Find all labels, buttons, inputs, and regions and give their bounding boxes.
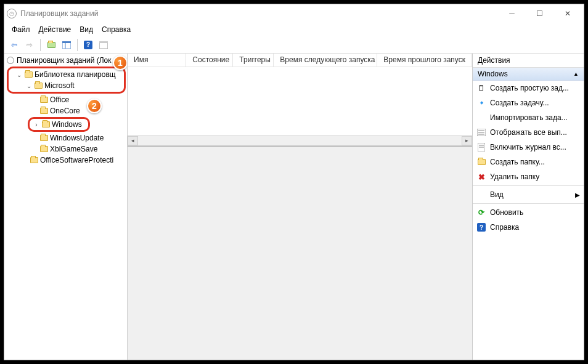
minimize-button[interactable]: ─ [498,5,526,22]
annotation-badge-1: 1 [113,55,128,70]
tree-xblgamesave-label: XblGameSave [50,145,97,153]
col-state[interactable]: Состояние [186,54,233,67]
task-scheduler-window: ◷ Планировщик заданий ─ ☐ ✕ Файл Действи… [4,4,584,360]
tree-pane: Планировщик заданий (Лок ⌄ Библиотека пл… [4,54,128,360]
col-lastrun[interactable]: Время прошлого запуск [377,54,472,67]
toolbar-divider [77,39,78,51]
collapse-icon: ▲ [573,71,579,77]
action-create-basic[interactable]: 🗒 Создать простую зад... [473,81,584,95]
col-triggers[interactable]: Триггеры [233,54,274,67]
action-label: Включить журнал вс... [490,143,566,152]
separator [473,185,584,186]
blank-icon [476,190,486,200]
tree-microsoft[interactable]: ⌄ Microsoft [9,80,124,91]
window-title: Планировщик заданий [20,9,98,18]
tree-officesoftware-label: OfficeSoftwareProtecti [40,156,113,164]
title-bar: ◷ Планировщик заданий ─ ☐ ✕ [4,4,584,23]
tree-windowsupdate-label: WindowsUpdate [50,134,104,142]
import-icon [476,113,486,123]
actions-context[interactable]: Windows ▲ [473,68,584,81]
log-icon [476,142,486,152]
tree-onecore-label: OneCore [50,107,80,115]
action-delete-folder[interactable]: ✖ Удалить папку [473,169,584,184]
menu-action[interactable]: Действие [35,24,75,35]
tree-library[interactable]: ⌄ Библиотека планировщ [9,69,124,80]
close-button[interactable]: ✕ [553,5,581,22]
action-help[interactable]: ? Справка [473,220,584,235]
tree-office[interactable]: Office [4,94,127,105]
folder-icon [40,135,48,141]
tree-windows-label: Windows [52,120,82,129]
expand-icon[interactable]: ⌄ [25,83,33,89]
folder-icon [35,83,43,89]
tree-root-label: Планировщик заданий (Лок [17,56,112,65]
action-view[interactable]: Вид ▶ [473,187,584,202]
tool-folder[interactable] [44,38,58,52]
action-enable-log[interactable]: Включить журнал вс... [473,140,584,155]
col-nextrun[interactable]: Время следующего запуска [274,54,377,67]
tree-library-label: Библиотека планировщ [35,70,116,79]
callout-2: › Windows [28,117,90,132]
action-label: Создать папку... [490,158,545,166]
tree-onecore[interactable]: OneCore [4,105,127,116]
action-label: Вид [490,190,504,199]
detail-pane [128,146,472,360]
toolbar: ⇦ ⇨ ? [4,36,584,54]
task-icon: 🔹 [476,98,486,108]
app-icon: ◷ [7,9,17,18]
center-pane: Имя Состояние Триггеры Время следующего … [128,54,473,360]
forward-button[interactable]: ⇨ [23,38,36,52]
folder-icon [40,97,48,103]
horizontal-scrollbar[interactable]: ◂ ▸ [128,135,472,145]
actions-pane: Действия Windows ▲ 🗒 Создать простую зад… [473,54,584,360]
action-label: Импортировать зада... [490,113,568,122]
actions-title: Действия [473,54,584,68]
scroll-track[interactable] [138,136,462,145]
back-button[interactable]: ⇦ [7,38,21,52]
tree-windows[interactable]: › Windows [30,119,88,130]
action-create-task[interactable]: 🔹 Создать задачу... [473,95,584,110]
tool-props[interactable] [97,38,110,52]
tree-root[interactable]: Планировщик заданий (Лок [4,55,127,66]
delete-icon: ✖ [476,172,486,182]
tool-panes[interactable] [60,38,73,52]
toolbar-divider [40,39,41,51]
tool-help[interactable]: ? [81,38,95,52]
menu-help[interactable]: Справка [98,24,134,35]
folder-icon [40,146,48,152]
folder-icon [42,121,50,127]
col-name[interactable]: Имя [128,54,186,67]
svg-rect-1 [62,41,71,43]
scroll-right-button[interactable]: ▸ [462,136,472,145]
tree-xblgamesave[interactable]: XblGameSave [4,144,127,155]
action-new-folder[interactable]: Создать папку... [473,155,584,169]
menu-bar: Файл Действие Вид Справка [4,23,584,36]
menu-file[interactable]: Файл [8,24,34,35]
task-list: Имя Состояние Триггеры Время следующего … [128,54,472,146]
folder-icon [30,157,38,163]
callout-1: ⌄ Библиотека планировщ ⌄ Microsoft [7,67,126,94]
menu-view[interactable]: Вид [76,24,97,35]
action-label: Удалить папку [490,172,539,181]
expand-icon[interactable]: › [32,121,41,128]
actions-context-label: Windows [478,70,508,78]
tree-windowsupdate[interactable]: WindowsUpdate [4,132,127,144]
action-show-all[interactable]: Отображать все вып... [473,125,584,140]
new-folder-icon [476,157,486,167]
action-label: Создать задачу... [490,99,549,107]
separator [473,203,584,204]
action-label: Создать простую зад... [490,84,569,92]
action-label: Справка [490,223,519,232]
annotation-badge-2: 2 [87,99,102,113]
action-refresh[interactable]: ⟳ Обновить [473,205,584,220]
tree-officesoftware[interactable]: OfficeSoftwareProtecti [4,155,127,166]
scroll-left-button[interactable]: ◂ [128,136,138,145]
tree-office-label: Office [50,95,69,104]
wizard-icon: 🗒 [476,83,486,93]
clock-icon [7,57,14,64]
expand-icon[interactable]: ⌄ [15,71,23,78]
tree-microsoft-label: Microsoft [44,81,75,90]
maximize-button[interactable]: ☐ [526,5,553,22]
action-import[interactable]: Импортировать зада... [473,110,584,125]
action-label: Отображать все вып... [490,128,567,137]
